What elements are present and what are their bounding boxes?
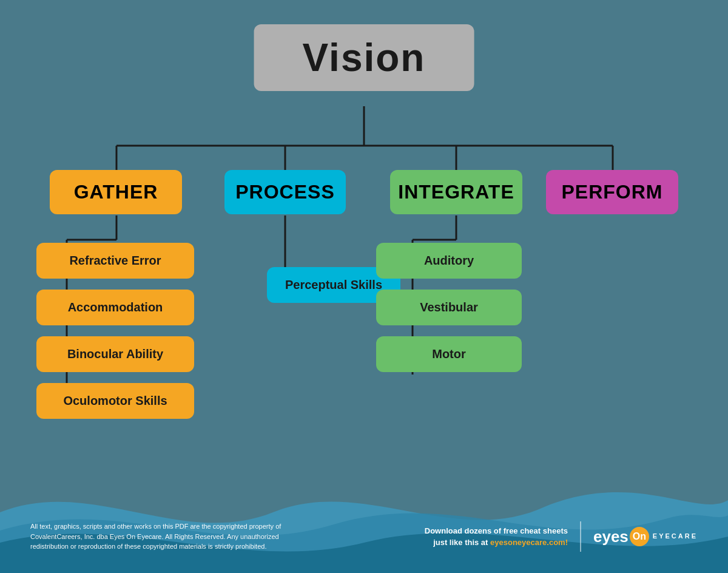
footer-download: Download dozens of free cheat sheetsjust…: [425, 525, 568, 549]
integrate-box: INTEGRATE: [390, 170, 522, 214]
integrate-label: INTEGRATE: [398, 181, 514, 203]
gather-item-1: Accommodation: [36, 290, 194, 325]
gather-item-0: Refractive Error: [36, 243, 194, 279]
logo-eyes: eyes: [593, 527, 629, 546]
integrate-sub: Auditory Vestibular Motor: [376, 243, 522, 372]
footer-copyright: All text, graphics, scripts and other wo…: [30, 521, 309, 552]
process-item-label-0: Perceptual Skills: [285, 278, 382, 291]
footer-download-link: eyesoneyecare.com!: [490, 538, 568, 547]
gather-sub: Refractive Error Accommodation Binocular…: [36, 243, 194, 419]
footer: All text, graphics, scripts and other wo…: [0, 500, 728, 573]
main-container: Vision GATHER PROCESS INTEGRATE PERFORM …: [0, 0, 728, 573]
footer-download-text: Download dozens of free cheat sheetsjust…: [425, 525, 568, 549]
gather-item-label-3: Oculomotor Skills: [63, 394, 167, 407]
footer-right: Download dozens of free cheat sheetsjust…: [425, 521, 698, 552]
footer-divider: [580, 521, 581, 552]
perform-box: PERFORM: [546, 170, 678, 214]
logo-container: eyes On EYECARE: [593, 527, 698, 546]
integrate-item-0: Auditory: [376, 243, 522, 279]
gather-item-3: Oculomotor Skills: [36, 383, 194, 419]
logo-eyecare-text: EYECARE: [653, 532, 698, 540]
integrate-item-2: Motor: [376, 336, 522, 372]
process-box: PROCESS: [224, 170, 346, 214]
footer-left: All text, graphics, scripts and other wo…: [30, 521, 309, 552]
integrate-item-label-1: Vestibular: [420, 300, 478, 314]
gather-label: GATHER: [74, 181, 158, 203]
gather-item-label-2: Binocular Ability: [67, 347, 163, 361]
integrate-item-label-0: Auditory: [424, 254, 474, 267]
perform-label: PERFORM: [562, 181, 663, 203]
logo-on-badge: On: [630, 527, 649, 546]
gather-item-label-0: Refractive Error: [69, 254, 161, 267]
vision-title: Vision: [303, 36, 426, 80]
integrate-item-label-2: Motor: [432, 347, 466, 361]
integrate-item-1: Vestibular: [376, 290, 522, 325]
gather-item-2: Binocular Ability: [36, 336, 194, 372]
logo-eyecare-block: EYECARE: [653, 532, 698, 540]
gather-box: GATHER: [50, 170, 182, 214]
gather-item-label-1: Accommodation: [68, 300, 163, 314]
vision-box: Vision: [254, 24, 474, 91]
process-label: PROCESS: [235, 181, 334, 203]
